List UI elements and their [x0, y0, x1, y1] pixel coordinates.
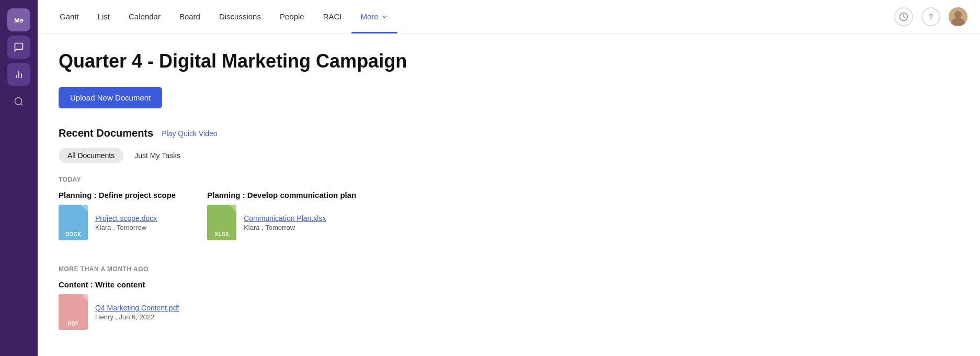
today-label: TODAY: [59, 176, 959, 183]
nav-calendar[interactable]: Calendar: [119, 0, 170, 34]
sidebar-search-button[interactable]: [7, 90, 30, 113]
help-button[interactable]: ?: [921, 7, 940, 26]
doc-filename-3[interactable]: Q4 Marketing Content.pdf: [95, 304, 179, 312]
month-ago-section: MORE THAN A MONTH AGO Content : Write co…: [59, 265, 959, 330]
page-content-area: Quarter 4 - Digital Marketing Campaign U…: [38, 34, 980, 356]
recent-docs-header: Recent Documents Play Quick Video: [59, 127, 959, 139]
today-doc-row: Planning : Define project scope DOCX Pro…: [59, 191, 959, 251]
task-name-write-content: Content : Write content: [59, 280, 959, 289]
nav-more[interactable]: More: [351, 0, 397, 34]
doc-item-2: XLSX Communication Plan.xlsx Kiara , Tom…: [207, 205, 356, 240]
nav-board[interactable]: Board: [170, 0, 210, 34]
clock-icon: [899, 12, 908, 21]
nav-raci[interactable]: RACI: [314, 0, 351, 34]
doc-filename-1[interactable]: Project scope.docx: [95, 214, 157, 222]
nav-list[interactable]: List: [88, 0, 119, 34]
xlsx-label: XLSX: [215, 231, 229, 237]
pdf-label: PDF: [68, 321, 79, 327]
sidebar: Me: [0, 0, 38, 356]
main-content: Gantt List Calendar Board Discussions Pe…: [38, 0, 980, 356]
nav-gantt[interactable]: Gantt: [50, 0, 88, 34]
top-navigation: Gantt List Calendar Board Discussions Pe…: [38, 0, 980, 34]
nav-discussions[interactable]: Discussions: [210, 0, 270, 34]
page-title: Quarter 4 - Digital Marketing Campaign: [59, 50, 959, 72]
chevron-down-icon: [381, 13, 388, 20]
sidebar-chat-button[interactable]: [7, 36, 30, 59]
help-icon: ?: [929, 12, 933, 21]
nav-more-label: More: [361, 12, 379, 21]
filter-all-documents[interactable]: All Documents: [59, 148, 123, 163]
play-video-link[interactable]: Play Quick Video: [162, 129, 217, 138]
filter-my-tasks[interactable]: Just My Tasks: [126, 148, 189, 163]
doc-item-3: PDF Q4 Marketing Content.pdf Henry , Jun…: [59, 294, 959, 330]
avatar-image: [949, 7, 967, 26]
doc-info-3: Q4 Marketing Content.pdf Henry , Jun 6, …: [95, 304, 179, 321]
clock-button[interactable]: [894, 7, 913, 26]
month-ago-label: MORE THAN A MONTH AGO: [59, 265, 959, 273]
doc-group-write-content: Content : Write content PDF Q4 Marketing…: [59, 280, 959, 330]
xlsx-file-icon: XLSX: [207, 205, 236, 240]
doc-item-1: DOCX Project scope.docx Kiara , Tomorrow: [59, 205, 176, 240]
docx-file-icon: DOCX: [59, 205, 88, 240]
doc-meta-2: Kiara , Tomorrow: [244, 224, 326, 231]
docx-label: DOCX: [65, 231, 81, 237]
doc-meta-3: Henry , Jun 6, 2022: [95, 313, 179, 321]
sidebar-analytics-button[interactable]: [7, 63, 30, 86]
recent-docs-title: Recent Documents: [59, 127, 153, 139]
filter-tabs: All Documents Just My Tasks: [59, 148, 959, 163]
user-avatar[interactable]: [949, 7, 967, 26]
nav-right-actions: ?: [894, 7, 967, 26]
pdf-file-icon: PDF: [59, 294, 88, 330]
upload-document-button[interactable]: Upload New Document: [59, 87, 162, 108]
doc-filename-2[interactable]: Communication Plan.xlsx: [244, 214, 326, 222]
doc-info-1: Project scope.docx Kiara , Tomorrow: [95, 214, 157, 231]
svg-point-7: [954, 11, 962, 18]
today-section: TODAY Planning : Define project scope DO…: [59, 176, 959, 251]
task-name-project-scope: Planning : Define project scope: [59, 191, 176, 199]
nav-people[interactable]: People: [270, 0, 314, 34]
doc-meta-1: Kiara , Tomorrow: [95, 224, 157, 231]
doc-group-project-scope: Planning : Define project scope DOCX Pro…: [59, 191, 176, 240]
doc-info-2: Communication Plan.xlsx Kiara , Tomorrow: [244, 214, 326, 231]
task-name-communication-plan: Planning : Develop communication plan: [207, 191, 356, 199]
svg-line-4: [21, 104, 23, 106]
svg-point-3: [15, 98, 22, 105]
doc-group-communication-plan: Planning : Develop communication plan XL…: [207, 191, 356, 240]
sidebar-me-button[interactable]: Me: [7, 8, 30, 31]
